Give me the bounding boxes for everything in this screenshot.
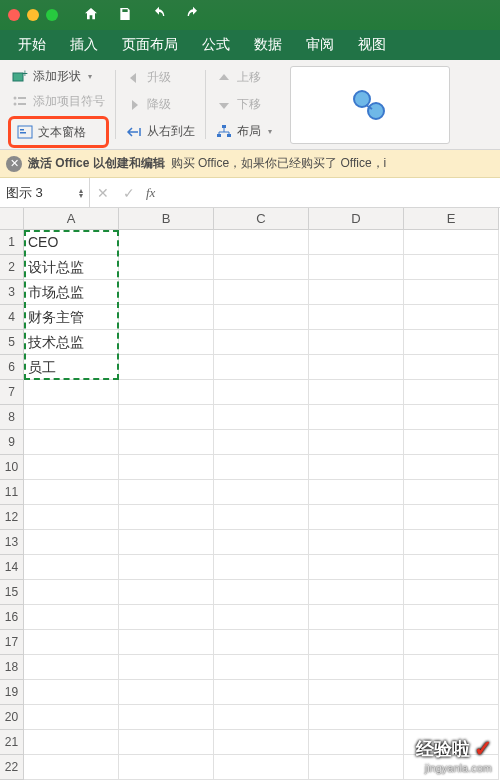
cell-A2[interactable]: 设计总监	[24, 255, 119, 280]
cell-B17[interactable]	[119, 630, 214, 655]
cell-D15[interactable]	[309, 580, 404, 605]
cell-E12[interactable]	[404, 505, 499, 530]
cell-D1[interactable]	[309, 230, 404, 255]
cell-B20[interactable]	[119, 705, 214, 730]
tab-pagelayout[interactable]: 页面布局	[110, 30, 190, 60]
row-header[interactable]: 14	[0, 555, 24, 580]
cell-D14[interactable]	[309, 555, 404, 580]
name-box-stepper-icon[interactable]: ▴▾	[79, 188, 83, 198]
home-icon[interactable]	[83, 6, 99, 25]
cell-D6[interactable]	[309, 355, 404, 380]
cell-A12[interactable]	[24, 505, 119, 530]
tab-formulas[interactable]: 公式	[190, 30, 242, 60]
cell-C7[interactable]	[214, 380, 309, 405]
cell-D9[interactable]	[309, 430, 404, 455]
cell-B22[interactable]	[119, 755, 214, 780]
text-pane-button[interactable]: 文本窗格	[13, 120, 104, 144]
cell-C10[interactable]	[214, 455, 309, 480]
cell-C4[interactable]	[214, 305, 309, 330]
row-header[interactable]: 17	[0, 630, 24, 655]
cell-C19[interactable]	[214, 680, 309, 705]
cell-D8[interactable]	[309, 405, 404, 430]
cell-A11[interactable]	[24, 480, 119, 505]
tab-insert[interactable]: 插入	[58, 30, 110, 60]
cell-C12[interactable]	[214, 505, 309, 530]
cell-A16[interactable]	[24, 605, 119, 630]
cell-D12[interactable]	[309, 505, 404, 530]
spreadsheet-grid[interactable]: A B C D E 1CEO2设计总监3市场总监4财务主管5技术总监6员工789…	[0, 208, 500, 780]
row-header[interactable]: 15	[0, 580, 24, 605]
cell-C2[interactable]	[214, 255, 309, 280]
cell-B11[interactable]	[119, 480, 214, 505]
cell-B19[interactable]	[119, 680, 214, 705]
cell-D13[interactable]	[309, 530, 404, 555]
col-header-C[interactable]: C	[214, 208, 309, 230]
row-header[interactable]: 9	[0, 430, 24, 455]
cell-A15[interactable]	[24, 580, 119, 605]
cell-A7[interactable]	[24, 380, 119, 405]
cell-E10[interactable]	[404, 455, 499, 480]
cell-B18[interactable]	[119, 655, 214, 680]
cell-B3[interactable]	[119, 280, 214, 305]
undo-icon[interactable]	[151, 6, 167, 25]
cell-E3[interactable]	[404, 280, 499, 305]
fx-label[interactable]: fx	[142, 185, 159, 201]
cell-B6[interactable]	[119, 355, 214, 380]
row-header[interactable]: 3	[0, 280, 24, 305]
cell-A9[interactable]	[24, 430, 119, 455]
cell-B8[interactable]	[119, 405, 214, 430]
cell-B14[interactable]	[119, 555, 214, 580]
cell-E17[interactable]	[404, 630, 499, 655]
row-header[interactable]: 5	[0, 330, 24, 355]
formula-confirm-button[interactable]: ✓	[116, 185, 142, 201]
cell-A8[interactable]	[24, 405, 119, 430]
cell-B4[interactable]	[119, 305, 214, 330]
close-window-button[interactable]	[8, 9, 20, 21]
row-header[interactable]: 16	[0, 605, 24, 630]
row-header[interactable]: 2	[0, 255, 24, 280]
cell-E2[interactable]	[404, 255, 499, 280]
cell-E18[interactable]	[404, 655, 499, 680]
cell-C15[interactable]	[214, 580, 309, 605]
cell-E9[interactable]	[404, 430, 499, 455]
cell-A20[interactable]	[24, 705, 119, 730]
cell-C6[interactable]	[214, 355, 309, 380]
row-header[interactable]: 11	[0, 480, 24, 505]
cell-B5[interactable]	[119, 330, 214, 355]
row-header[interactable]: 7	[0, 380, 24, 405]
cell-D17[interactable]	[309, 630, 404, 655]
add-shape-button[interactable]: + 添加形状▾	[8, 66, 109, 87]
cell-C11[interactable]	[214, 480, 309, 505]
row-header[interactable]: 12	[0, 505, 24, 530]
cell-A10[interactable]	[24, 455, 119, 480]
row-header[interactable]: 21	[0, 730, 24, 755]
redo-icon[interactable]	[185, 6, 201, 25]
close-banner-button[interactable]: ✕	[6, 156, 22, 172]
cell-C3[interactable]	[214, 280, 309, 305]
cell-C16[interactable]	[214, 605, 309, 630]
cell-B16[interactable]	[119, 605, 214, 630]
cell-B10[interactable]	[119, 455, 214, 480]
cell-C8[interactable]	[214, 405, 309, 430]
cell-A13[interactable]	[24, 530, 119, 555]
select-all-corner[interactable]	[0, 208, 24, 230]
cell-C1[interactable]	[214, 230, 309, 255]
minimize-window-button[interactable]	[27, 9, 39, 21]
row-header[interactable]: 1	[0, 230, 24, 255]
cell-D18[interactable]	[309, 655, 404, 680]
col-header-A[interactable]: A	[24, 208, 119, 230]
name-box[interactable]: 图示 3 ▴▾	[0, 178, 90, 207]
cell-B15[interactable]	[119, 580, 214, 605]
cell-B13[interactable]	[119, 530, 214, 555]
cell-D22[interactable]	[309, 755, 404, 780]
cell-B9[interactable]	[119, 430, 214, 455]
col-header-B[interactable]: B	[119, 208, 214, 230]
tab-review[interactable]: 审阅	[294, 30, 346, 60]
cell-B2[interactable]	[119, 255, 214, 280]
cell-C18[interactable]	[214, 655, 309, 680]
cell-E5[interactable]	[404, 330, 499, 355]
row-header[interactable]: 13	[0, 530, 24, 555]
row-header[interactable]: 18	[0, 655, 24, 680]
cell-E1[interactable]	[404, 230, 499, 255]
cell-D2[interactable]	[309, 255, 404, 280]
